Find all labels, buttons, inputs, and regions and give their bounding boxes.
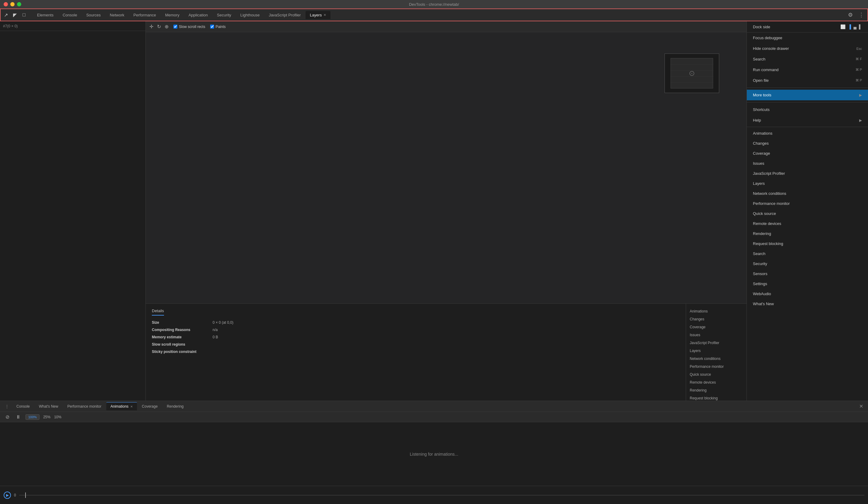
detail-row-memory: Memory estimate 0 B: [152, 335, 680, 339]
right-detail-issues[interactable]: Issues: [690, 332, 743, 338]
device-toggle-icon[interactable]: ◤: [12, 12, 18, 18]
detail-label-sticky: Sticky position constraint: [152, 350, 207, 354]
detail-row-size: Size 0 × 0 (at 0,0): [152, 320, 680, 325]
detail-row-slow-scroll: Slow scroll regions: [152, 342, 680, 346]
right-detail-perf-monitor[interactable]: Performance monitor: [690, 364, 743, 369]
right-detail-layers[interactable]: Layers: [690, 348, 743, 354]
more-tools-sensors[interactable]: Sensors: [747, 269, 868, 279]
layers-toolbar-icons: ✛ ↻ ⊕: [149, 24, 168, 30]
more-tools-changes[interactable]: Changes: [747, 138, 868, 148]
dock-undock-icon[interactable]: ⬜: [840, 24, 846, 29]
minimize-button[interactable]: [10, 2, 14, 7]
tab-performance[interactable]: Performance: [129, 11, 160, 19]
more-tools-security[interactable]: Security: [747, 259, 868, 269]
rotate-icon[interactable]: ↻: [157, 24, 161, 30]
more-toolbar-icon[interactable]: □: [21, 12, 27, 18]
devtools-container: ↗ ◤ □ Elements Console Sources Network P…: [0, 9, 868, 504]
layers-3d-view[interactable]: ⊙: [146, 32, 746, 303]
maximize-button[interactable]: [17, 2, 21, 7]
more-tools-request-blocking[interactable]: Request blocking: [747, 239, 868, 249]
bottom-tab-rendering[interactable]: Rendering: [163, 402, 188, 410]
more-tools-submenu: Animations Changes Coverage Issues JavaS…: [747, 127, 868, 310]
preview-lines-svg: [671, 58, 746, 104]
right-details-panel: Animations Changes Coverage Issues JavaS…: [686, 304, 746, 401]
tab-sources[interactable]: Sources: [82, 11, 105, 19]
slow-scroll-rects-checkbox[interactable]: Slow scroll rects: [173, 24, 205, 29]
layers-preview-box: ⊙: [664, 53, 719, 93]
dock-bottom-icon[interactable]: ▄: [854, 24, 856, 29]
details-tab-label[interactable]: Details: [152, 309, 164, 315]
more-tools-search[interactable]: Search: [747, 249, 868, 259]
reset-icon[interactable]: ⊕: [165, 24, 168, 30]
bottom-tab-perf-monitor[interactable]: Performance monitor: [63, 402, 106, 410]
right-detail-quick-source[interactable]: Quick source: [690, 372, 743, 377]
more-tools-layers[interactable]: Layers: [747, 179, 868, 189]
more-tools-animations[interactable]: Animations: [747, 128, 868, 138]
timeline-scrubber[interactable]: [19, 495, 864, 495]
menu-divider-2: [747, 102, 868, 102]
bottom-tab-coverage[interactable]: Coverage: [137, 402, 162, 410]
menu-run-command[interactable]: Run command ⌘ P: [747, 64, 868, 75]
more-tools-network-conditions[interactable]: Network conditions: [747, 189, 868, 199]
menu-open-file[interactable]: Open file ⌘ P: [747, 75, 868, 86]
close-button[interactable]: [4, 2, 8, 7]
menu-shortcuts[interactable]: Shortcuts: [747, 104, 868, 115]
animations-clear-btn[interactable]: ⊘: [4, 413, 11, 421]
tab-layers[interactable]: Layers ✕: [306, 11, 330, 19]
detail-row-sticky: Sticky position constraint: [152, 350, 680, 354]
right-detail-request-blocking[interactable]: Request blocking: [690, 395, 743, 401]
menu-help[interactable]: Help ▶: [747, 115, 868, 125]
bottom-tab-animations-close[interactable]: ✕: [130, 405, 133, 408]
tab-console[interactable]: Console: [58, 11, 81, 19]
more-tools-settings[interactable]: Settings: [747, 279, 868, 289]
tab-security[interactable]: Security: [213, 11, 235, 19]
right-detail-coverage[interactable]: Coverage: [690, 324, 743, 330]
right-detail-rendering[interactable]: Rendering: [690, 387, 743, 393]
right-detail-animations[interactable]: Animations: [690, 309, 743, 314]
more-tools-quick-source[interactable]: Quick source: [747, 209, 868, 219]
more-tools-remote-devices[interactable]: Remote devices: [747, 219, 868, 229]
more-tools-js-profiler[interactable]: JavaScript Profiler: [747, 169, 868, 179]
tab-js-profiler[interactable]: JavaScript Profiler: [265, 11, 305, 19]
layers-tree[interactable]: [0, 31, 145, 401]
tab-layers-close[interactable]: ✕: [323, 13, 326, 17]
timeline-play-btn[interactable]: ▶: [4, 492, 11, 499]
dock-left-icon[interactable]: ▌: [859, 24, 862, 29]
dock-right-icon[interactable]: ▐: [848, 24, 851, 29]
inspect-icon[interactable]: ↗: [2, 12, 9, 18]
right-detail-js-profiler[interactable]: JavaScript Profiler: [690, 340, 743, 346]
bottom-tab-animations[interactable]: Animations ✕: [106, 402, 137, 410]
speed-badge[interactable]: 100%: [25, 414, 40, 420]
more-tools-rendering[interactable]: Rendering: [747, 229, 868, 239]
menu-hide-console-drawer[interactable]: Hide console drawer Esc: [747, 43, 868, 54]
traffic-lights: [4, 2, 21, 7]
detail-label-slow-scroll: Slow scroll regions: [152, 342, 207, 346]
right-detail-network-conditions[interactable]: Network conditions: [690, 356, 743, 361]
layers-toolbar: ✛ ↻ ⊕ Slow scroll rects Paints: [146, 21, 746, 32]
pan-icon[interactable]: ✛: [149, 24, 153, 30]
tab-network[interactable]: Network: [106, 11, 129, 19]
tab-elements[interactable]: Elements: [33, 11, 58, 19]
bottom-tab-whats-new[interactable]: What's New: [35, 402, 63, 410]
bottom-drawer-content: ⊘ ⏸ 100% 25% 10% Listening for animation…: [0, 412, 868, 504]
settings-icon[interactable]: ⚙: [846, 11, 855, 19]
more-tools-whats-new[interactable]: What's New: [747, 299, 868, 309]
menu-search[interactable]: Search ⌘ F: [747, 54, 868, 64]
tab-application[interactable]: Application: [184, 11, 212, 19]
more-tools-issues[interactable]: Issues: [747, 158, 868, 169]
more-options-icon[interactable]: ⋮: [857, 11, 866, 19]
more-tools-perf-monitor[interactable]: Performance monitor: [747, 199, 868, 209]
menu-more-tools[interactable]: More tools ▶: [747, 90, 868, 100]
bottom-drawer-close[interactable]: ✕: [857, 403, 866, 409]
tab-memory[interactable]: Memory: [161, 11, 184, 19]
right-detail-remote-devices[interactable]: Remote devices: [690, 380, 743, 385]
more-tools-coverage[interactable]: Coverage: [747, 148, 868, 158]
right-detail-changes[interactable]: Changes: [690, 316, 743, 322]
bottom-tab-console[interactable]: Console: [12, 402, 34, 410]
more-tools-webaudio[interactable]: WebAudio: [747, 289, 868, 299]
tab-lighthouse[interactable]: Lighthouse: [236, 11, 264, 19]
paints-checkbox[interactable]: Paints: [210, 24, 226, 29]
drawer-menu-icon[interactable]: ⋮: [2, 403, 12, 410]
animations-pause-btn[interactable]: ⏸: [14, 413, 22, 421]
menu-focus-debuggee[interactable]: Focus debuggee: [747, 32, 868, 43]
